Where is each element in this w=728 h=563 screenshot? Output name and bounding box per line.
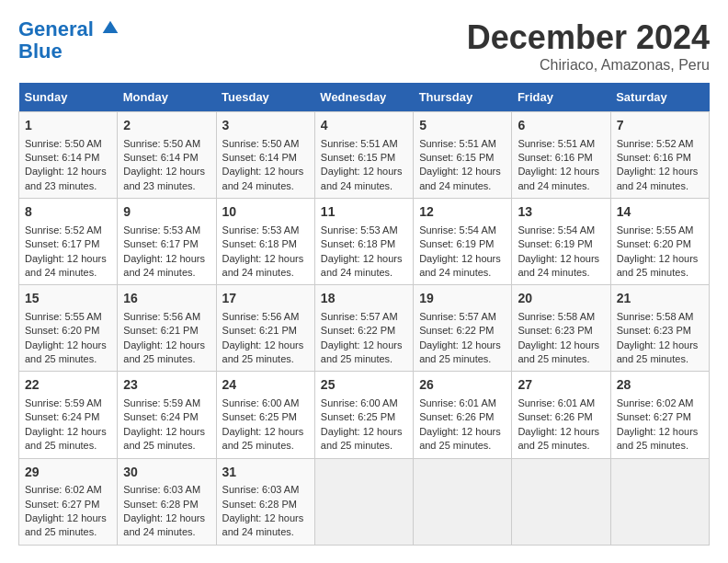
day-info: Sunrise: 5:58 AM <box>518 310 604 324</box>
calendar-cell <box>610 458 709 545</box>
calendar-cell: 8Sunrise: 5:52 AMSunset: 6:17 PMDaylight… <box>19 199 118 285</box>
day-info: and 24 minutes. <box>321 179 407 193</box>
day-info: Sunrise: 5:56 AM <box>123 310 210 324</box>
day-info: Sunrise: 6:01 AM <box>518 396 604 410</box>
day-number: 17 <box>222 290 309 308</box>
day-number: 22 <box>25 376 111 395</box>
day-number: 10 <box>222 203 309 222</box>
day-info: and 25 minutes. <box>617 266 703 280</box>
day-info: Daylight: 12 hours <box>518 252 604 266</box>
day-info: Daylight: 12 hours <box>222 252 309 266</box>
day-info: Sunset: 6:18 PM <box>222 237 309 251</box>
day-info: and 24 minutes. <box>123 525 210 539</box>
day-info: and 24 minutes. <box>222 266 309 280</box>
day-info: Sunset: 6:20 PM <box>25 324 111 338</box>
day-info: and 25 minutes. <box>321 439 407 453</box>
day-info: Daylight: 12 hours <box>321 425 407 439</box>
day-info: Sunrise: 5:51 AM <box>419 137 506 151</box>
day-info: and 25 minutes. <box>419 352 506 366</box>
calendar-cell <box>314 458 413 545</box>
day-number: 16 <box>123 290 210 308</box>
day-info: Sunset: 6:23 PM <box>617 324 703 338</box>
title-area: December 2024 Chiriaco, Amazonas, Peru <box>467 18 710 74</box>
day-number: 29 <box>25 464 111 482</box>
calendar-cell: 26Sunrise: 6:01 AMSunset: 6:26 PMDayligh… <box>414 372 512 458</box>
day-info: and 24 minutes. <box>222 525 309 539</box>
calendar-cell: 7Sunrise: 5:52 AMSunset: 6:16 PMDaylight… <box>610 112 709 199</box>
day-number: 23 <box>123 376 210 395</box>
day-info: Sunset: 6:28 PM <box>123 498 210 511</box>
calendar-cell: 28Sunrise: 6:02 AMSunset: 6:27 PMDayligh… <box>610 372 709 458</box>
day-number: 24 <box>222 376 309 395</box>
day-info: Sunrise: 5:52 AM <box>617 137 703 151</box>
day-info: Sunset: 6:21 PM <box>123 324 210 338</box>
day-info: and 24 minutes. <box>518 266 604 280</box>
calendar-cell: 18Sunrise: 5:57 AMSunset: 6:22 PMDayligh… <box>314 285 413 372</box>
calendar-cell: 9Sunrise: 5:53 AMSunset: 6:17 PMDaylight… <box>118 199 216 285</box>
day-info: and 25 minutes. <box>222 439 309 453</box>
svg-marker-0 <box>103 21 119 33</box>
column-header-tuesday: Tuesday <box>216 83 314 112</box>
calendar-cell: 30Sunrise: 6:03 AMSunset: 6:28 PMDayligh… <box>118 458 216 545</box>
day-number: 1 <box>25 117 111 135</box>
day-number: 13 <box>518 203 604 222</box>
day-info: and 25 minutes. <box>419 439 506 453</box>
logo-text: General Blue <box>18 18 119 63</box>
day-info: Sunrise: 5:55 AM <box>25 310 111 324</box>
day-info: Sunset: 6:25 PM <box>222 410 309 424</box>
day-number: 12 <box>419 203 506 222</box>
day-info: Daylight: 12 hours <box>321 339 407 352</box>
column-header-sunday: Sunday <box>19 83 118 112</box>
column-header-thursday: Thursday <box>414 83 512 112</box>
day-info: Sunset: 6:27 PM <box>25 498 111 511</box>
day-info: Daylight: 12 hours <box>123 425 210 439</box>
day-info: Daylight: 12 hours <box>419 425 506 439</box>
day-info: and 25 minutes. <box>25 439 111 453</box>
day-info: Daylight: 12 hours <box>25 165 111 178</box>
day-number: 11 <box>321 203 407 222</box>
day-number: 19 <box>419 290 506 308</box>
calendar-cell: 27Sunrise: 6:01 AMSunset: 6:26 PMDayligh… <box>512 372 610 458</box>
day-info: Daylight: 12 hours <box>321 252 407 266</box>
day-info: and 24 minutes. <box>518 179 604 193</box>
calendar-cell: 4Sunrise: 5:51 AMSunset: 6:15 PMDaylight… <box>314 112 413 199</box>
day-info: Sunset: 6:18 PM <box>321 237 407 251</box>
day-info: Daylight: 12 hours <box>222 425 309 439</box>
day-info: Sunrise: 5:50 AM <box>123 137 210 151</box>
day-info: Sunset: 6:25 PM <box>321 410 407 424</box>
day-number: 4 <box>321 117 407 135</box>
day-info: Sunrise: 6:02 AM <box>617 396 703 410</box>
day-info: Sunset: 6:19 PM <box>518 237 604 251</box>
day-info: and 25 minutes. <box>518 352 604 366</box>
day-info: and 25 minutes. <box>617 439 703 453</box>
calendar-cell: 5Sunrise: 5:51 AMSunset: 6:15 PMDaylight… <box>414 112 512 199</box>
day-number: 21 <box>617 290 703 308</box>
day-number: 28 <box>617 376 703 395</box>
day-info: and 25 minutes. <box>222 352 309 366</box>
day-info: Sunset: 6:17 PM <box>25 237 111 251</box>
day-info: Daylight: 12 hours <box>123 511 210 525</box>
day-info: and 25 minutes. <box>123 352 210 366</box>
day-info: Sunrise: 5:56 AM <box>222 310 309 324</box>
day-info: Sunset: 6:14 PM <box>25 151 111 165</box>
day-info: Sunrise: 5:58 AM <box>617 310 703 324</box>
calendar-cell: 14Sunrise: 5:55 AMSunset: 6:20 PMDayligh… <box>610 199 709 285</box>
page-title: December 2024 <box>467 18 710 57</box>
day-number: 9 <box>123 203 210 222</box>
day-info: and 25 minutes. <box>518 439 604 453</box>
calendar-cell: 19Sunrise: 5:57 AMSunset: 6:22 PMDayligh… <box>414 285 512 372</box>
calendar-cell <box>512 458 610 545</box>
day-info: and 24 minutes. <box>123 266 210 280</box>
calendar-cell: 16Sunrise: 5:56 AMSunset: 6:21 PMDayligh… <box>118 285 216 372</box>
calendar-cell: 12Sunrise: 5:54 AMSunset: 6:19 PMDayligh… <box>414 199 512 285</box>
day-number: 30 <box>123 464 210 482</box>
day-info: Daylight: 12 hours <box>617 339 703 352</box>
logo-line1: General <box>18 17 94 40</box>
day-number: 27 <box>518 376 604 395</box>
day-info: Daylight: 12 hours <box>222 511 309 525</box>
calendar-cell: 2Sunrise: 5:50 AMSunset: 6:14 PMDaylight… <box>118 112 216 199</box>
day-info: and 25 minutes. <box>123 439 210 453</box>
calendar-cell: 15Sunrise: 5:55 AMSunset: 6:20 PMDayligh… <box>19 285 118 372</box>
day-info: Daylight: 12 hours <box>419 339 506 352</box>
calendar-cell: 25Sunrise: 6:00 AMSunset: 6:25 PMDayligh… <box>314 372 413 458</box>
